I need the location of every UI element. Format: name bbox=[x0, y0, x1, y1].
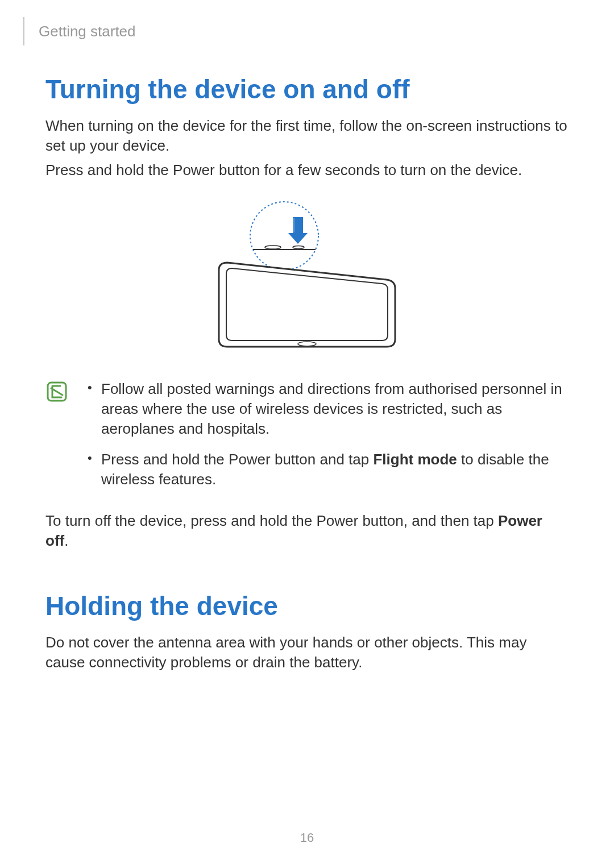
note-item-1: Follow all posted warnings and direction… bbox=[88, 379, 569, 439]
note-block: Follow all posted warnings and direction… bbox=[45, 379, 569, 499]
header-divider bbox=[23, 17, 24, 45]
turn-off-pre: To turn off the device, press and hold t… bbox=[45, 512, 498, 529]
note-item-1-text: Follow all posted warnings and direction… bbox=[101, 380, 562, 437]
arrow-down-icon bbox=[288, 217, 308, 244]
intro-paragraph-2: Press and hold the Power button for a fe… bbox=[45, 160, 569, 180]
tablet-outline-icon bbox=[219, 263, 395, 347]
section-holding-device: Holding the device Do not cover the ante… bbox=[45, 591, 569, 672]
svg-point-3 bbox=[293, 246, 304, 249]
page-header: Getting started bbox=[45, 17, 569, 45]
svg-point-2 bbox=[265, 246, 281, 249]
turn-off-paragraph: To turn off the device, press and hold t… bbox=[45, 511, 569, 551]
turn-off-post: . bbox=[64, 532, 68, 549]
note-list: Follow all posted warnings and direction… bbox=[70, 379, 569, 499]
note-item-2-pre: Press and hold the Power button and tap bbox=[101, 451, 373, 468]
power-button-diagram-icon bbox=[188, 197, 426, 356]
holding-paragraph: Do not cover the antenna area with your … bbox=[45, 633, 569, 672]
heading-holding-device: Holding the device bbox=[45, 591, 569, 621]
page-content: Getting started Turning the device on an… bbox=[0, 0, 614, 700]
note-icon bbox=[45, 380, 70, 405]
page-number: 16 bbox=[0, 830, 614, 845]
svg-marker-5 bbox=[288, 233, 308, 244]
note-item-2-bold: Flight mode bbox=[373, 451, 457, 468]
svg-point-0 bbox=[250, 202, 318, 270]
device-illustration bbox=[45, 197, 569, 356]
note-item-2: Press and hold the Power button and tap … bbox=[88, 450, 569, 489]
heading-turning-on-off: Turning the device on and off bbox=[45, 74, 569, 105]
intro-paragraph-1: When turning on the device for the first… bbox=[45, 116, 569, 156]
section-name-label: Getting started bbox=[39, 23, 136, 40]
svg-rect-6 bbox=[293, 218, 294, 232]
